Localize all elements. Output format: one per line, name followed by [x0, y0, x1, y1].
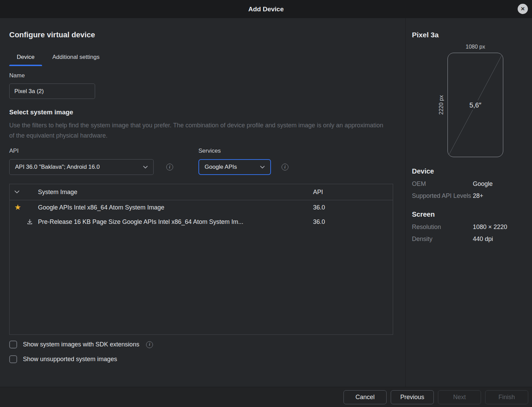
download-icon — [26, 218, 33, 225]
select-system-image-description: Use the filters to help find the system … — [9, 120, 387, 141]
api-dropdown-value: API 36.0 "Baklava"; Android 16.0 — [15, 164, 100, 170]
screen-section-heading: Screen — [412, 211, 527, 218]
configure-panel: Configure virtual device Device Addition… — [0, 18, 405, 387]
system-image-name: Google APIs Intel x86_64 Atom System Ima… — [38, 204, 313, 211]
api-filter-group: API API 36.0 "Baklava"; Android 16.0 i — [9, 148, 173, 175]
table-row[interactable]: Pre-Release 16 KB Page Size Google APIs … — [10, 215, 393, 229]
supported-api-levels-label: Supported API Levels — [412, 191, 473, 200]
api-dropdown[interactable]: API 36.0 "Baklava"; Android 16.0 — [9, 159, 154, 175]
phone-diagram: 1080 px 2220 px 5,6″ — [412, 44, 527, 157]
dialog-footer: Cancel Previous Next Finish — [0, 387, 532, 407]
dialog-title: Add Device — [248, 5, 284, 13]
resolution-value: 1080 × 2220 — [473, 222, 527, 231]
star-icon: ★ — [14, 204, 21, 211]
collapse-toggle[interactable] — [10, 190, 38, 194]
device-section-heading: Device — [412, 167, 527, 175]
chevron-down-icon — [260, 166, 265, 169]
services-dropdown-value: Google APIs — [205, 164, 237, 170]
phone-outline: 5,6″ — [447, 53, 503, 157]
api-info-icon[interactable]: i — [166, 164, 173, 170]
device-name-input[interactable] — [9, 84, 95, 99]
select-system-image-heading: Select system image — [9, 109, 405, 116]
column-header-system-image: System Image — [38, 189, 313, 196]
close-icon: ✕ — [521, 6, 525, 12]
unsupported-images-checkbox-label[interactable]: Show unsupported system images — [23, 356, 117, 363]
sdk-extensions-checkbox[interactable] — [9, 341, 17, 348]
sdk-extensions-checkbox-row: Show system images with SDK extensions i — [9, 341, 405, 348]
services-info-icon[interactable]: i — [282, 164, 288, 170]
device-spec-grid: OEM Google Supported API Levels 28+ — [412, 179, 527, 200]
finish-button[interactable]: Finish — [485, 390, 528, 404]
tab-additional-settings[interactable]: Additional settings — [45, 50, 107, 66]
system-image-name: Pre-Release 16 KB Page Size Google APIs … — [38, 218, 313, 226]
table-empty-area — [10, 229, 393, 334]
phone-width-label: 1080 px — [447, 44, 503, 50]
oem-label: OEM — [412, 179, 473, 188]
filters-row: API API 36.0 "Baklava"; Android 16.0 i — [9, 148, 405, 175]
screen-diagonal-label: 5,6″ — [468, 100, 483, 110]
sdk-extensions-checkbox-label[interactable]: Show system images with SDK extensions — [23, 341, 139, 348]
preview-device-name: Pixel 3a — [412, 31, 527, 39]
unsupported-images-checkbox-row: Show unsupported system images — [9, 355, 405, 363]
density-label: Density — [412, 234, 473, 243]
services-dropdown[interactable]: Google APIs — [198, 159, 271, 175]
tab-device-label: Device — [17, 54, 35, 60]
tab-bar: Device Additional settings — [9, 50, 405, 66]
add-device-dialog: Add Device ✕ Configure virtual device De… — [0, 0, 532, 407]
previous-button[interactable]: Previous — [391, 390, 434, 404]
column-header-api: API — [313, 189, 393, 196]
screen-spec-grid: Resolution 1080 × 2220 Density 440 dpi — [412, 222, 527, 243]
phone-height-label: 2220 px — [435, 53, 447, 157]
page-title: Configure virtual device — [9, 30, 405, 39]
resolution-label: Resolution — [412, 222, 473, 231]
system-image-api: 36.0 — [313, 218, 393, 226]
sdk-extensions-info-icon[interactable]: i — [146, 341, 153, 348]
chevron-down-icon — [14, 190, 20, 194]
system-image-table: System Image API ★ Google APIs Intel x86… — [9, 184, 393, 335]
dialog-body: Configure virtual device Device Addition… — [0, 18, 532, 387]
chevron-down-icon — [143, 166, 148, 169]
close-button[interactable]: ✕ — [518, 4, 528, 14]
device-preview-panel: Pixel 3a 1080 px 2220 px 5,6″ Device OEM… — [405, 18, 532, 387]
services-label: Services — [198, 148, 288, 154]
density-value: 440 dpi — [473, 234, 527, 243]
next-button[interactable]: Next — [438, 390, 481, 404]
tab-device[interactable]: Device — [9, 50, 42, 66]
name-label: Name — [9, 72, 405, 79]
table-header-row: System Image API — [10, 184, 393, 200]
api-label: API — [9, 148, 173, 154]
tab-active-underline — [9, 65, 42, 66]
dialog-titlebar: Add Device ✕ — [0, 0, 532, 18]
table-row[interactable]: ★ Google APIs Intel x86_64 Atom System I… — [10, 200, 393, 215]
unsupported-images-checkbox[interactable] — [9, 355, 17, 363]
system-image-api: 36.0 — [313, 204, 393, 211]
oem-value: Google — [473, 179, 527, 188]
tab-additional-settings-label: Additional settings — [52, 54, 100, 60]
services-filter-group: Services Google APIs i — [198, 148, 288, 175]
supported-api-levels-value: 28+ — [473, 191, 527, 200]
cancel-button[interactable]: Cancel — [343, 390, 387, 404]
